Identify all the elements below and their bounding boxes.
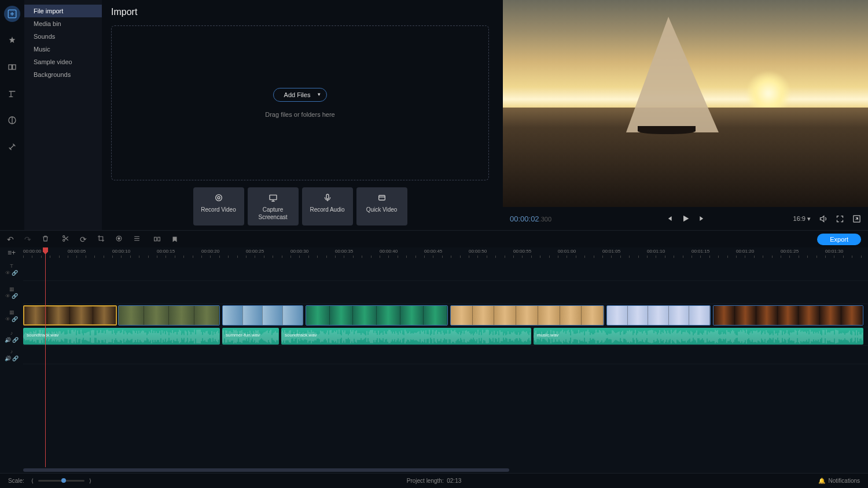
ruler-mark: 00:00:15 bbox=[157, 249, 175, 254]
quick-video-button[interactable]: Quick Video bbox=[356, 187, 407, 225]
audio-clip-label: soundtrack.wav bbox=[27, 332, 59, 338]
fullscreen-icon[interactable] bbox=[836, 215, 844, 223]
playhead[interactable] bbox=[45, 247, 46, 467]
popout-icon[interactable] bbox=[852, 215, 861, 223]
marker-icon[interactable] bbox=[171, 235, 178, 243]
ruler-mark: 00:00:05 bbox=[68, 249, 86, 254]
preview-controls: 00:00:02.300 16:9 ▾ bbox=[503, 207, 868, 230]
video-clip[interactable] bbox=[606, 305, 711, 326]
rotate-icon[interactable]: ⟳ bbox=[80, 235, 87, 244]
scale-slider[interactable] bbox=[38, 480, 84, 482]
preview-viewport[interactable] bbox=[503, 0, 868, 207]
video-clip[interactable] bbox=[306, 305, 448, 326]
tracks-area[interactable]: 00:00:0000:00:0500:00:1000:00:1500:00:20… bbox=[23, 247, 868, 467]
svg-point-13 bbox=[118, 237, 120, 239]
record-audio-label: Record Audio bbox=[310, 206, 344, 213]
ruler-mark: 00:01:05 bbox=[602, 249, 620, 254]
video-clip[interactable] bbox=[23, 305, 117, 326]
prev-frame-icon[interactable] bbox=[665, 215, 673, 223]
titles-tool-icon[interactable] bbox=[4, 86, 20, 102]
capture-actions: Record Video Capture Screencast Record A… bbox=[111, 187, 489, 225]
ruler-mark: 00:00:25 bbox=[246, 249, 264, 254]
dropzone[interactable]: Add Files Drag files or folders here bbox=[111, 25, 489, 180]
stickers-tool-icon[interactable] bbox=[4, 112, 20, 128]
color-icon[interactable] bbox=[115, 235, 123, 244]
scale-decrease-icon[interactable]: ⟨ bbox=[31, 478, 34, 484]
track-header-audio1[interactable]: ♪ 🔊 🔗 bbox=[0, 327, 23, 346]
title-track[interactable] bbox=[23, 258, 868, 281]
ruler-mark: 00:00:45 bbox=[424, 249, 442, 254]
overlay-track[interactable] bbox=[23, 281, 868, 304]
quick-video-label: Quick Video bbox=[366, 206, 398, 213]
timeline-h-scrollbar[interactable] bbox=[0, 467, 868, 473]
sidebar-item-sample-video[interactable]: Sample video bbox=[24, 56, 102, 68]
undo-icon[interactable]: ↶ bbox=[7, 235, 14, 244]
play-icon[interactable] bbox=[681, 214, 690, 223]
svg-rect-7 bbox=[326, 194, 329, 199]
monitor-icon bbox=[269, 193, 278, 202]
video-clip[interactable] bbox=[222, 305, 303, 326]
left-toolbar bbox=[0, 0, 24, 230]
audio-clip[interactable]: soundtrack.wav bbox=[23, 328, 220, 345]
camera-icon bbox=[214, 193, 223, 202]
notifications-button[interactable]: 🔔 Notifications bbox=[818, 478, 860, 484]
svg-point-4 bbox=[218, 197, 220, 199]
record-video-button[interactable]: Record Video bbox=[193, 187, 244, 225]
split-icon[interactable] bbox=[62, 235, 69, 244]
audio-clip[interactable]: soundtrack.wav bbox=[281, 328, 531, 345]
aspect-ratio-select[interactable]: 16:9 ▾ bbox=[793, 215, 811, 223]
sidebar-item-backgrounds[interactable]: Backgrounds bbox=[24, 68, 102, 81]
audio-clip-label: soundtrack.wav bbox=[285, 332, 317, 338]
sidebar-item-media-bin[interactable]: Media bin bbox=[24, 17, 102, 30]
import-sidebar: File import Media bin Sounds Music Sampl… bbox=[24, 0, 102, 230]
scale-label: Scale: bbox=[8, 478, 24, 484]
svg-rect-15 bbox=[158, 237, 160, 241]
audio-clip[interactable]: summer-fun.wav bbox=[222, 328, 279, 345]
track-header-video[interactable]: ▦ 👁 🔗 bbox=[0, 304, 23, 327]
svg-rect-2 bbox=[13, 65, 16, 69]
filters-tool-icon[interactable] bbox=[4, 32, 20, 49]
delete-icon[interactable] bbox=[42, 235, 49, 244]
capture-screencast-label: Capture Screencast bbox=[250, 206, 296, 221]
redo-icon[interactable]: ↷ bbox=[24, 235, 31, 244]
capture-screencast-button[interactable]: Capture Screencast bbox=[248, 187, 299, 225]
add-files-button[interactable]: Add Files bbox=[273, 88, 328, 102]
record-audio-button[interactable]: Record Audio bbox=[302, 187, 353, 225]
clip-properties-icon[interactable] bbox=[133, 235, 141, 244]
video-track[interactable] bbox=[23, 304, 868, 327]
video-clip[interactable] bbox=[450, 305, 604, 326]
track-header-overlay[interactable]: ▦ 👁 🔗 bbox=[0, 281, 23, 304]
ruler-mark: 00:00:40 bbox=[380, 249, 398, 254]
svg-point-5 bbox=[215, 195, 222, 201]
video-clip[interactable] bbox=[118, 305, 220, 326]
transition-wizard-icon[interactable] bbox=[153, 235, 161, 243]
import-title: Import bbox=[111, 7, 489, 17]
video-clip[interactable] bbox=[713, 305, 863, 326]
audio-clip[interactable]: music.wav bbox=[534, 328, 863, 345]
volume-icon[interactable] bbox=[819, 215, 827, 223]
import-tool-icon[interactable] bbox=[4, 6, 20, 22]
timeline-ruler[interactable]: 00:00:0000:00:0500:00:1000:00:1500:00:20… bbox=[23, 247, 868, 258]
preview-timecode: 00:00:02.300 bbox=[510, 215, 551, 223]
audio-track-1[interactable]: soundtrack.wavsummer-fun.wavsoundtrack.w… bbox=[23, 327, 868, 346]
track-header-audio2[interactable]: ♪ 🔊 🔗 bbox=[0, 346, 23, 364]
svg-rect-6 bbox=[270, 195, 277, 199]
bell-icon: 🔔 bbox=[818, 478, 825, 484]
sidebar-item-file-import[interactable]: File import bbox=[24, 5, 102, 17]
timeline-toolbar: ↶ ↷ ⟳ Export bbox=[0, 230, 868, 247]
add-track-icon[interactable]: ≡+ bbox=[8, 249, 16, 257]
track-header-title[interactable]: T 👁 🔗 bbox=[0, 258, 23, 281]
export-button[interactable]: Export bbox=[817, 234, 861, 245]
next-frame-icon[interactable] bbox=[698, 215, 707, 223]
ruler-mark: 00:00:55 bbox=[513, 249, 531, 254]
sidebar-item-sounds[interactable]: Sounds bbox=[24, 30, 102, 43]
crop-icon[interactable] bbox=[97, 235, 105, 244]
scale-increase-icon[interactable]: ⟩ bbox=[89, 478, 91, 484]
transitions-tool-icon[interactable] bbox=[4, 59, 20, 75]
audio-track-2[interactable] bbox=[23, 346, 868, 364]
more-tools-icon[interactable] bbox=[4, 139, 20, 155]
project-length: Project length: 02:13 bbox=[407, 478, 462, 484]
drag-hint: Drag files or folders here bbox=[265, 111, 334, 118]
ruler-mark: 00:01:10 bbox=[647, 249, 665, 254]
sidebar-item-music[interactable]: Music bbox=[24, 43, 102, 56]
